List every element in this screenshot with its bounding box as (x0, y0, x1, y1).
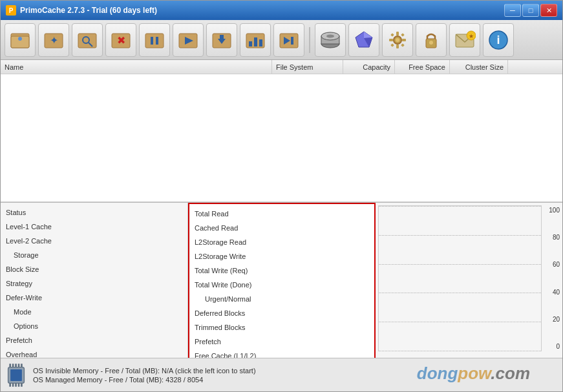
toolbar-disk-button[interactable] (315, 23, 346, 57)
status-line1-label: OS Invisible Memory - Free / Total (MB): (33, 367, 162, 375)
col-header-free: Free Space (395, 60, 450, 74)
toolbar-lock-button[interactable] (416, 23, 447, 57)
toolbar-delete-button[interactable]: ✖ (105, 23, 136, 57)
chart-label-100: 100 (542, 207, 560, 214)
svg-text:✖: ✖ (117, 35, 125, 46)
stats-panel: Total Read Cached Read L2Storage Read L2… (188, 203, 376, 358)
status-line2-value: 4328 / 8054 (165, 376, 203, 384)
bottom-panel: Status Level-1 Cache Level-2 Cache Stora… (1, 202, 562, 358)
watermark-text2: pow (458, 364, 491, 383)
svg-rect-24 (291, 37, 293, 45)
toolbar-pause-button[interactable] (139, 23, 170, 57)
title-bar: P PrimoCache 2.7.3 - Trial (60 days left… (1, 1, 562, 20)
watermark-text1: dong (417, 364, 458, 383)
chart-area: 100 80 60 40 20 0 (378, 205, 560, 351)
toolbar-import-button[interactable] (206, 23, 237, 57)
toolbar-play-button[interactable] (173, 23, 204, 57)
toolbar-mail-button[interactable]: ★ (449, 23, 480, 57)
svg-point-28 (326, 34, 334, 37)
svg-rect-56 (9, 364, 11, 367)
info-storage: Storage (1, 248, 187, 262)
toolbar-gem-button[interactable] (348, 23, 379, 57)
maximize-button[interactable]: □ (522, 4, 539, 17)
chart-label-40: 40 (542, 289, 560, 296)
col-header-name: Name (1, 60, 272, 74)
svg-rect-52 (12, 383, 14, 386)
window-controls: ─ □ ✕ (504, 4, 557, 17)
stat-total-write-done: Total Write (Done) (189, 278, 374, 292)
svg-rect-34 (396, 32, 399, 36)
toolbar-open-button[interactable] (5, 23, 36, 57)
toolbar-info-button[interactable]: i (483, 23, 514, 57)
watermark: dongpow.com (417, 364, 530, 384)
status-line2-label: OS Managed Memory - Free / Total (MB): (33, 376, 165, 384)
status-icon[interactable] (6, 362, 27, 388)
toolbar-separator-1 (309, 27, 310, 53)
stat-urgent-normal: Urgent/Normal (189, 292, 374, 306)
col-header-capacity: Capacity (343, 60, 395, 74)
chart-label-60: 60 (542, 261, 560, 268)
svg-rect-19 (249, 41, 252, 46)
svg-point-33 (396, 38, 399, 42)
close-button[interactable]: ✕ (540, 4, 557, 17)
svg-rect-5 (78, 34, 96, 48)
toolbar-asterisk-button[interactable]: ✦ (38, 23, 69, 57)
grid-line-60 (379, 264, 541, 265)
disk-table-header: Name File System Capacity Free Space Clu… (1, 60, 562, 74)
svg-rect-35 (396, 45, 399, 48)
disk-table-area: Name File System Capacity Free Space Clu… (1, 60, 562, 202)
svg-rect-21 (259, 39, 262, 46)
svg-rect-37 (402, 39, 406, 41)
chart-label-80: 80 (542, 234, 560, 241)
svg-rect-20 (254, 37, 257, 46)
svg-point-2 (18, 37, 22, 41)
svg-rect-10 (145, 34, 164, 48)
watermark-text3: .com (491, 364, 530, 383)
info-strategy: Strategy (1, 276, 187, 291)
info-blocksize: Block Size (1, 262, 187, 276)
grid-line-80 (379, 235, 541, 236)
svg-rect-12 (156, 37, 158, 45)
stat-prefetch: Prefetch (189, 335, 374, 349)
info-mode: Mode (1, 305, 187, 319)
toolbar-forward-button[interactable] (273, 23, 304, 57)
status-line2: OS Managed Memory - Free / Total (MB): 4… (33, 376, 256, 384)
svg-rect-57 (12, 364, 14, 367)
svg-rect-17 (220, 35, 224, 39)
main-window: P PrimoCache 2.7.3 - Trial (60 days left… (0, 0, 563, 392)
grid-line-100 (379, 206, 541, 207)
chart-grid (378, 205, 542, 351)
svg-rect-53 (15, 383, 17, 386)
chart-panel: 100 80 60 40 20 0 Cache Hit Rate: — (376, 203, 562, 358)
info-status: Status (1, 205, 187, 220)
info-overhead: Overhead (1, 347, 187, 358)
stat-deferred-blocks: Deferred Blocks (189, 306, 374, 320)
status-line1-value: N/A (click the left icon to start) (162, 367, 256, 375)
status-line1: OS Invisible Memory - Free / Total (MB):… (33, 367, 256, 375)
svg-marker-30 (364, 32, 372, 38)
toolbar-barchart-button[interactable] (240, 23, 271, 57)
svg-rect-50 (10, 369, 22, 381)
chart-label-20: 20 (542, 316, 560, 323)
grid-line-20 (379, 322, 541, 322)
svg-text:★: ★ (469, 33, 474, 39)
stat-l2storage-read: L2Storage Read (189, 235, 374, 249)
stat-total-write-req: Total Write (Req) (189, 263, 374, 278)
svg-rect-40 (390, 43, 394, 47)
toolbar-gear-button[interactable] (382, 23, 413, 57)
stat-trimmed-blocks: Trimmed Blocks (189, 320, 374, 335)
grid-line-0 (379, 351, 541, 351)
col-header-cluster: Cluster Size (450, 60, 508, 74)
toolbar-search-button[interactable] (72, 23, 103, 57)
grid-line-40 (379, 293, 541, 293)
window-title: PrimoCache 2.7.3 - Trial (60 days left) (20, 6, 504, 15)
info-l2cache: Level-2 Cache (1, 234, 187, 248)
info-deferwrite: Defer-Write (1, 291, 187, 305)
chart-labels: 100 80 60 40 20 0 (542, 205, 560, 351)
minimize-button[interactable]: ─ (504, 4, 521, 17)
svg-rect-59 (18, 364, 20, 367)
disk-table-body[interactable] (1, 74, 562, 201)
stat-cached-read: Cached Read (189, 221, 374, 235)
col-header-fs: File System (272, 60, 343, 74)
stat-free-cache: Free Cache (L1/L2) (189, 349, 374, 358)
